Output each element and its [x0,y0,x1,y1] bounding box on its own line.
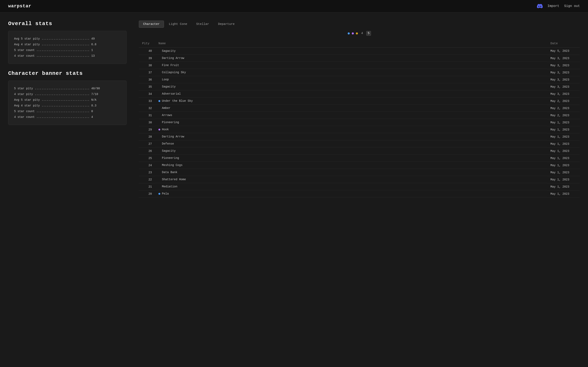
app-header: warpstar Import Sign out [0,0,588,12]
stats-line: 5 star count ...........................… [14,108,121,114]
pity-cell: 24 [139,162,155,169]
pager-number-4[interactable]: 4 [360,31,364,35]
name-cell: Darting Arrow [155,55,547,62]
name-cell: Pioneering [155,155,547,162]
pity-cell: 40 [139,48,155,55]
table-row: 40SagacityMay 5, 2023 [139,48,580,55]
pity-cell: 30 [139,119,155,126]
table-body: 40SagacityMay 5, 202339Darting ArrowMay … [139,48,580,198]
overall-stats: Avg 5 star pity ........................… [14,36,121,59]
date-cell: May 3, 2023 [547,55,580,62]
tab-stellar[interactable]: Stellar [192,21,213,28]
name-cell: Collapsing Sky [155,69,547,76]
table-row: 36LoopMay 3, 2023 [139,76,580,83]
row-name: Hook [162,128,169,131]
date-cell: May 1, 2023 [547,155,580,162]
name-cell: Data Bank [155,169,547,176]
pity-header: Pity [139,40,155,48]
pager-row: 45 [139,31,580,36]
date-cell: May 1, 2023 [547,147,580,155]
table-row: 29HookMay 1, 2023 [139,126,580,133]
row-indicator-dot [158,193,160,195]
left-panel: Overall stats Avg 5 star pity ..........… [8,21,127,198]
name-cell: Meshing Cogs [155,162,547,169]
pity-cell: 22 [139,176,155,183]
date-cell: May 3, 2023 [547,62,580,69]
pity-cell: 34 [139,90,155,98]
pity-cell: 32 [139,105,155,112]
table-row: 31ArrowsMay 2, 2023 [139,112,580,119]
name-cell: Amber [155,105,547,112]
tab-character[interactable]: Character [139,21,164,28]
overall-stats-box: Avg 5 star pity ........................… [8,31,127,64]
stats-line: 5 star pity ............................… [14,86,121,91]
name-cell: Loop [155,76,547,83]
right-panel: CharacterLight ConeStellarDeparture 45 P… [139,21,580,198]
table-row: 21MediationMay 1, 2023 [139,183,580,190]
pity-cell: 31 [139,112,155,119]
pity-cell: 25 [139,155,155,162]
row-name: Loop [162,78,169,81]
date-cell: May 1, 2023 [547,190,580,197]
stats-line: Avg 5 star pity ........................… [14,97,121,103]
banner-stats: 5 star pity ............................… [14,86,121,120]
row-name: Shattered Home [162,178,186,181]
pity-cell: 33 [139,98,155,105]
table-row: 24Meshing CogsMay 1, 2023 [139,162,580,169]
pager-dot-blue [348,33,350,34]
tabs-row: CharacterLight ConeStellarDeparture [139,21,580,28]
banner-stats-box: 5 star pity ............................… [8,81,127,125]
table-row: 23Data BankMay 1, 2023 [139,169,580,176]
row-name: Darting Arrow [162,57,184,60]
row-name: Pioneering [162,156,179,160]
pager-dot-purple [352,33,354,34]
stats-line: Avg 5 star pity ........................… [14,36,121,42]
pity-cell: 26 [139,147,155,155]
pity-cell: 36 [139,76,155,83]
name-cell: Mediation [155,183,547,190]
date-cell: May 1, 2023 [547,126,580,133]
date-cell: May 2, 2023 [547,112,580,119]
discord-icon[interactable] [537,3,543,9]
pity-cell: 29 [139,126,155,133]
date-cell: May 2, 2023 [547,105,580,112]
header-row: Pity Name Date [139,40,580,48]
row-name: Defense [162,142,174,145]
pager-number-5[interactable]: 5 [366,31,371,36]
table-row: 25PioneeringMay 1, 2023 [139,155,580,162]
tab-light-cone[interactable]: Light Cone [165,21,191,28]
name-cell: Pela [155,190,547,197]
row-name: Fine Fruit [162,64,179,67]
pity-cell: 23 [139,169,155,176]
tab-departure[interactable]: Departure [214,21,239,28]
date-cell: May 3, 2023 [547,69,580,76]
pity-cell: 35 [139,83,155,90]
name-cell: Adversarial [155,90,547,98]
pity-cell: 20 [139,190,155,197]
table-row: 26SagacityMay 1, 2023 [139,147,580,155]
name-cell: Sagacity [155,83,547,90]
stats-line: 4 star count ...........................… [14,114,121,120]
name-header: Name [155,40,547,48]
pity-cell: 39 [139,55,155,62]
row-name: Data Bank [162,171,177,174]
row-indicator-dot [158,129,160,131]
row-name: Pioneering [162,121,179,124]
app-logo: warpstar [8,4,31,9]
date-cell: May 2, 2023 [547,98,580,105]
import-link[interactable]: Import [548,4,559,8]
table-header: Pity Name Date [139,40,580,48]
date-header: Date [547,40,580,48]
row-name: Sagacity [162,149,176,152]
table-row: 34AdversarialMay 3, 2023 [139,90,580,98]
table-row: 35SagacityMay 3, 2023 [139,83,580,90]
table-row: 30PioneeringMay 1, 2023 [139,119,580,126]
table-row: 39Darting ArrowMay 3, 2023 [139,55,580,62]
table-row: 38Fine FruitMay 3, 2023 [139,62,580,69]
name-cell: Sagacity [155,48,547,55]
name-cell: Darting Arrow [155,133,547,140]
row-name: Adversarial [162,92,181,95]
date-cell: May 1, 2023 [547,176,580,183]
signout-link[interactable]: Sign out [564,4,580,8]
date-cell: May 1, 2023 [547,119,580,126]
